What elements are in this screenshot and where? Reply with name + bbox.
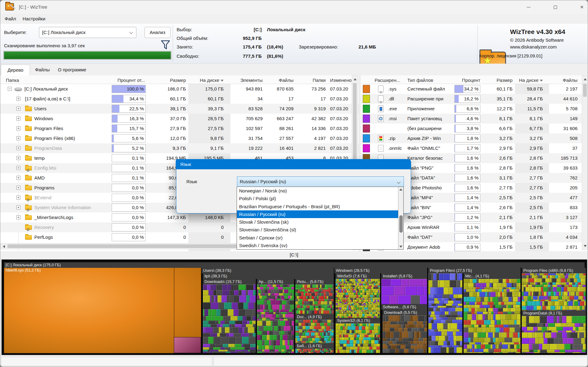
treemap-mosaic[interactable]	[203, 285, 256, 353]
expand-box[interactable]: +	[16, 205, 20, 209]
language-option[interactable]: Brazilian Portuguese / Português - Brasi…	[237, 203, 398, 210]
treemap-section-documents[interactable]: Doc... (4,9 ГБ)	[295, 314, 334, 320]
col-files[interactable]: Файлы	[551, 75, 577, 85]
table-row[interactable]: −[C:] Локальный диск100,0 %186,0 ГБ175,0…	[0, 84, 359, 94]
treemap-mosaic[interactable]	[428, 273, 462, 353]
dropdown-scrollbar[interactable]	[398, 187, 403, 249]
expand-box[interactable]: +	[16, 156, 20, 160]
treemap-mosaic[interactable]	[381, 279, 427, 304]
expand-box[interactable]: +	[16, 196, 20, 200]
col-on-disk[interactable]: На диске	[515, 75, 543, 85]
table-row[interactable]: .msiПакет установщ4,6 %8,1 ГБ8,1 ГБ149	[361, 114, 588, 124]
menu-file[interactable]: Файл	[3, 14, 18, 24]
scroll-up-icon[interactable]	[584, 78, 587, 80]
maximize-button[interactable]	[546, 0, 564, 14]
table-row[interactable]: ⚙.sysСистемный файл34,2 %60,1 ГБ59,8 ГБ2…	[361, 84, 588, 94]
expand-box[interactable]: +	[16, 97, 20, 101]
filter-funnel-icon[interactable]	[160, 39, 171, 50]
treemap-section-winsxs[interactable]: WinSxS\ (7,6 ГБ)	[336, 273, 380, 279]
treemap-section-installer[interactable]: Installer\ (5,8 ГБ)	[381, 273, 427, 279]
treemap-root-band[interactable]: [C:] Локальный диск (175,0 ГБ)	[4, 262, 585, 268]
treemap-pink-block[interactable]	[174, 337, 201, 353]
treemap-mosaic[interactable]	[336, 323, 380, 353]
language-option[interactable]: Swedish / Svenska (sv)	[237, 242, 398, 249]
treemap-section-lipi[interactable]: lipi\ (39,3 ГБ)	[203, 273, 334, 279]
treemap-hiberfil-block[interactable]: hiberfil.sys (51,2 ГБ)	[4, 268, 201, 353]
expand-box[interactable]: +	[16, 215, 20, 219]
language-combobox[interactable]: Russian / Русский (ru)	[237, 176, 404, 187]
col-on-disk[interactable]: На диске	[188, 75, 224, 85]
treemap-section-microsoft[interactable]: Mic... (4,1 ГБ)	[464, 273, 521, 279]
col-size[interactable]: Размер	[149, 75, 186, 85]
treemap-section-programdata[interactable]: ProgramData\ (9,1 ГБ)	[522, 310, 586, 316]
treemap-section-users[interactable]: Users\ (39,3 ГБ)	[202, 268, 334, 273]
treemap-mosaic[interactable]	[257, 285, 294, 353]
language-option[interactable]: Serbian / Српски (sr)	[237, 234, 398, 242]
language-option[interactable]: Norwegian / Norsk (no)	[237, 187, 398, 195]
menu-settings[interactable]: Настройки	[21, 14, 47, 24]
drive-combobox[interactable]: [C:] Локальный диск	[39, 27, 136, 38]
col-percent[interactable]: Процент	[454, 75, 480, 85]
treemap-mosaic[interactable]	[295, 349, 334, 353]
treemap-section-software[interactable]: Software... (5,6 ГБ)	[381, 304, 427, 310]
types-vscrollbar[interactable]	[582, 75, 588, 250]
close-button[interactable]: ✕	[573, 0, 588, 14]
expand-box[interactable]: +	[16, 107, 20, 111]
treemap-section-windows[interactable]: Windows\ (28,5 ГБ)	[334, 268, 427, 273]
scroll-left-icon[interactable]	[3, 245, 5, 248]
col-size[interactable]: Размер	[483, 75, 513, 85]
table-row[interactable]: ⚙.dllРасширение при16,2 %35,1 ГБ28,4 ГБ4…	[361, 94, 588, 104]
treemap-section-pictures[interactable]: Pictu... (5,6 ГБ)	[295, 279, 334, 285]
treemap-section-program-files-x86[interactable]: Program Files (x86)\ (9,8 ГБ)	[522, 268, 586, 273]
treemap-mosaic[interactable]	[464, 279, 521, 353]
expand-box[interactable]: +	[16, 136, 20, 140]
expand-box[interactable]: +	[16, 186, 20, 190]
treemap-mosaic[interactable]	[522, 316, 586, 353]
col-modified[interactable]: Изменено	[330, 75, 352, 85]
tab-files[interactable]: Файлы	[31, 65, 54, 75]
scroll-thumb[interactable]	[583, 84, 587, 97]
language-option[interactable]: Polish / Polski (pl)	[237, 195, 398, 202]
expand-box[interactable]: +	[16, 116, 20, 120]
minimize-button[interactable]	[520, 0, 538, 14]
scroll-up-icon[interactable]	[354, 78, 357, 80]
col-percent[interactable]: Процент от...	[112, 75, 145, 85]
table-row[interactable]: .zipАрхив ZIP - Win1,8 %3,2 ГБ3,2 ГБ508	[361, 133, 588, 143]
col-items[interactable]: Элементы	[233, 75, 263, 85]
dialog-title-bar[interactable]: Язык	[176, 159, 411, 169]
treemap-section-program-files[interactable]: Program Files\ (27,5 ГБ)	[428, 268, 521, 273]
expand-box[interactable]: +	[16, 146, 20, 150]
table-row[interactable]: +Program Files15,7 %27,9 ГБ27,5 ГБ102 59…	[0, 124, 359, 133]
col-files[interactable]: Файлы	[265, 75, 294, 85]
col-folders[interactable]: Папки	[297, 75, 326, 85]
treemap-mosaic[interactable]	[295, 320, 334, 343]
treemap-mosaic[interactable]	[522, 273, 586, 310]
tab-tree[interactable]: Дерево	[1, 65, 30, 75]
table-row[interactable]: +Windows16,3 %37,0 ГБ28,5 ГБ705 629663 2…	[0, 114, 359, 124]
tab-about[interactable]: О программе	[55, 65, 89, 75]
language-option[interactable]: Slovenian / Slovenščina (sl)	[237, 226, 398, 234]
table-row[interactable]: .exeПриложение6,6 %12,2 ГБ11,5 ГБ5 708	[361, 104, 588, 114]
treemap-section-library[interactable]: Биб... (1,6 ГБ)	[295, 343, 334, 349]
expand-box[interactable]: +	[16, 176, 20, 180]
language-option[interactable]: Russian / Русский (ru)	[237, 210, 398, 218]
col-extension[interactable]: Расширен...	[375, 75, 400, 85]
table-row[interactable]: +ProgramData5,2 %9,3 ГБ9,1 ГБ19 22216 40…	[0, 143, 359, 153]
scroll-down-icon[interactable]	[584, 245, 587, 247]
website-link[interactable]: www.diskanalyzer.com	[510, 44, 557, 49]
col-filetype[interactable]: Тип файлов	[407, 75, 433, 85]
table-row[interactable]: +Users22,5 %39,1 ГБ39,3 ГБ83 52874 2099 …	[0, 104, 359, 114]
table-row[interactable]: (без расширени3,8 %6,6 ГБ6,7 ГБ31 606	[361, 124, 588, 133]
treemap-mosaic[interactable]	[383, 315, 427, 353]
col-folder[interactable]: Папка	[6, 75, 19, 85]
table-row[interactable]: +Program Files (x86)5,6 %12,0 ГБ9,8 ГБ31…	[0, 133, 359, 143]
collapse-box[interactable]: −	[8, 87, 12, 91]
table-row[interactable]: .onmlcФайл "ONMLC"1,7 %2,9 ГБ2,9 ГБ37	[361, 143, 588, 153]
scroll-thumb[interactable]	[399, 215, 403, 233]
treemap-mosaic[interactable]	[336, 279, 380, 318]
treemap-mosaic[interactable]	[295, 285, 334, 314]
treemap-section-downloads[interactable]: Downloads\ (15,7 ГБ)	[203, 279, 256, 285]
expand-box[interactable]: +	[16, 126, 20, 130]
expand-box[interactable]: +	[16, 166, 20, 170]
table-row[interactable]: +[17 файл(-а,ов) в C:\]34,4 %60,1 ГБ60,1…	[0, 94, 359, 104]
